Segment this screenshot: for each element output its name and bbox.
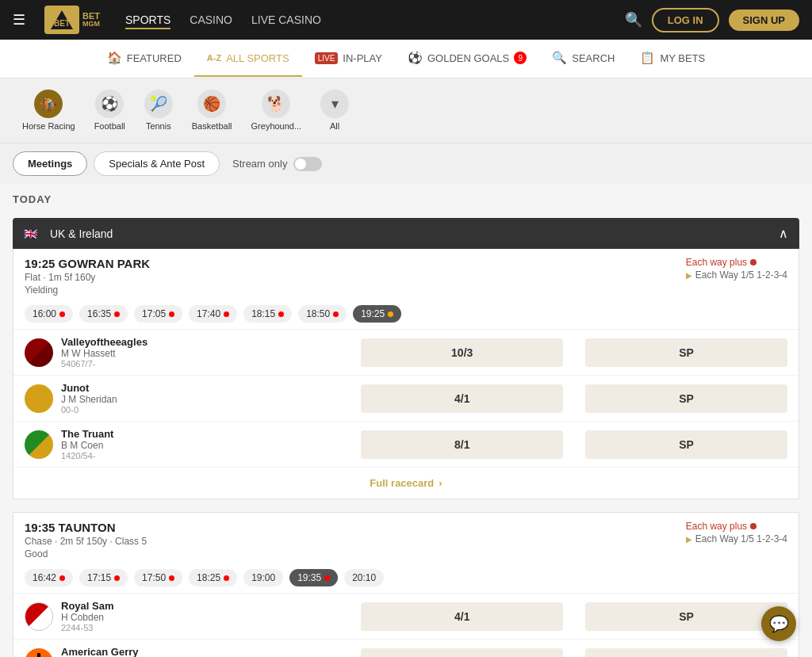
dot-red (114, 575, 120, 581)
signup-button[interactable]: SIGN UP (729, 10, 799, 31)
sec-nav-search-label: SEARCH (572, 52, 615, 64)
pill-1935-active[interactable]: 19:35 (289, 569, 338, 586)
horse-jockey: B M Coen (61, 440, 113, 451)
greyhound-icon: 🐕 (262, 90, 290, 118)
football-label: Football (94, 121, 125, 132)
secondary-nav: 🏠 FEATURED A-Z ALL SPORTS LIVE IN-PLAY ⚽… (0, 40, 812, 78)
sp-button[interactable]: SP (585, 648, 787, 657)
all-sports-label: All (330, 121, 339, 132)
sec-nav-all-sports[interactable]: A-Z ALL SPORTS (194, 41, 302, 77)
pill-2010[interactable]: 20:10 (344, 569, 384, 586)
tennis-icon: 🎾 (144, 90, 173, 118)
horse-info: The Truant B M Coen 1420/54- (25, 428, 339, 460)
odds-button[interactable]: 8/1 (361, 430, 563, 459)
pill-1600[interactable]: 16:00 (25, 305, 73, 323)
nav-sports[interactable]: SPORTS (125, 10, 170, 29)
sport-all[interactable]: ▾ All (311, 85, 358, 136)
horse-form: 1420/54- (61, 451, 113, 460)
odds-cell-sp: SP (574, 640, 799, 657)
pill-1925-active[interactable]: 19:25 (353, 305, 401, 323)
odds-cell-sp: SP (574, 422, 799, 468)
region-collapse-button[interactable]: ∧ (779, 226, 788, 241)
race-title-gowran: 19:25 GOWRAN PARK (25, 257, 150, 270)
dot-red (324, 575, 330, 581)
tab-meetings[interactable]: Meetings (13, 151, 87, 176)
each-way-plus-taunton: Each way plus (686, 521, 787, 532)
sport-horse-racing[interactable]: 🏇 Horse Racing (13, 85, 85, 136)
nav-live-casino[interactable]: LIVE CASINO (251, 10, 321, 29)
region-header: 🇬🇧 UK & Ireland ∧ (13, 218, 799, 249)
horse-jockey: J M Sheridan (61, 394, 117, 405)
basketball-label: Basketball (192, 121, 232, 132)
login-button[interactable]: LOG IN (652, 8, 719, 32)
basketball-icon: 🏀 (197, 90, 226, 118)
sp-button[interactable]: SP (585, 384, 787, 413)
odds-cell-main: 9/2 (350, 640, 574, 657)
odds-cell-main: 10/3 (350, 330, 574, 376)
race-title-taunton: 19:35 TAUNTON (25, 521, 147, 534)
odds-cell-main: 4/1 (350, 594, 574, 640)
each-way-info-gowran: ▶ Each Way 1/5 1-2-3-4 (686, 269, 787, 281)
pill-1750[interactable]: 17:50 (134, 569, 182, 586)
pill-1815[interactable]: 18:15 (243, 305, 292, 323)
sport-basketball[interactable]: 🏀 Basketball (182, 85, 242, 136)
sp-button[interactable]: SP (585, 430, 787, 459)
sport-tennis[interactable]: 🎾 Tennis (135, 85, 182, 136)
sec-nav-featured[interactable]: 🏠 FEATURED (94, 40, 194, 78)
odds-button[interactable]: 10/3 (361, 338, 563, 367)
odds-button[interactable]: 9/2 (361, 648, 563, 657)
full-racecard-link-gowran[interactable]: Full racecard › (13, 467, 799, 498)
sec-nav-golden-goals-label: GOLDEN GOALS (427, 52, 509, 64)
dot-red (114, 311, 120, 317)
sec-nav-search[interactable]: 🔍 SEARCH (539, 40, 627, 78)
sp-button[interactable]: SP (585, 602, 787, 631)
pill-1642[interactable]: 16:42 (25, 569, 73, 586)
hamburger-menu[interactable]: ☰ (13, 11, 25, 29)
tab-specials[interactable]: Specials & Ante Post (94, 151, 220, 176)
pill-1850[interactable]: 18:50 (298, 305, 347, 323)
tennis-label: Tennis (146, 121, 171, 132)
race-header-gowran: 19:25 GOWRAN PARK Flat · 1m 5f 160y Yiel… (13, 249, 799, 299)
horse-row: Junot J M Sheridan 00-0 4/1 SP (13, 376, 799, 422)
sport-greyhound[interactable]: 🐕 Greyhound... (242, 85, 312, 136)
dot-red (59, 575, 65, 581)
horse-silk (25, 648, 53, 657)
odds-button[interactable]: 4/1 (361, 384, 563, 413)
sec-nav-golden-goals[interactable]: ⚽ GOLDEN GOALS 9 (395, 40, 539, 78)
odds-cell-main: 8/1 (350, 422, 574, 468)
horse-info: Royal Sam H Cobden 2244-53 (25, 600, 339, 632)
pill-1900[interactable]: 19:00 (243, 569, 283, 586)
sec-nav-my-bets[interactable]: 📋 MY BETS (627, 40, 718, 78)
logo-text: BET MGM (82, 11, 100, 29)
race-type-taunton: Chase · 2m 5f 150y · Class 5 (25, 536, 147, 547)
odds-button[interactable]: 4/1 (361, 602, 563, 631)
pill-1635[interactable]: 16:35 (79, 305, 128, 323)
search-icon[interactable]: 🔍 (625, 11, 642, 29)
horse-name: Valleyoftheeagles (61, 336, 147, 348)
pill-1705[interactable]: 17:05 (134, 305, 182, 323)
horse-name: Junot (61, 382, 117, 394)
sp-button[interactable]: SP (585, 338, 787, 367)
race-condition-gowran: Yielding (25, 285, 150, 296)
horse-name: The Truant (61, 428, 113, 440)
pill-1715[interactable]: 17:15 (79, 569, 128, 586)
region-label: UK & Ireland (50, 227, 113, 240)
pill-1740[interactable]: 17:40 (189, 305, 237, 323)
svg-text:BET: BET (54, 19, 70, 28)
stream-only-toggle[interactable] (293, 157, 322, 171)
sec-nav-featured-label: FEATURED (127, 52, 182, 64)
chat-bubble[interactable]: 💬 (761, 606, 796, 641)
search-nav-icon: 🔍 (552, 51, 567, 65)
dot-red (224, 575, 229, 581)
sec-nav-inplay[interactable]: LIVE IN-PLAY (302, 41, 395, 77)
sport-football[interactable]: ⚽ Football (85, 85, 135, 136)
content-area: TODAY 🇬🇧 UK & Ireland ∧ 19:25 GOWRAN PAR… (0, 184, 812, 657)
stream-only-label: Stream only (232, 158, 287, 170)
horse-silk (25, 430, 53, 459)
horse-jockey: H Cobden (61, 612, 113, 623)
main-nav-links: SPORTS CASINO LIVE CASINO (125, 10, 606, 29)
pill-1825[interactable]: 18:25 (189, 569, 237, 586)
nav-casino[interactable]: CASINO (190, 10, 232, 29)
sec-nav-my-bets-label: MY BETS (660, 52, 705, 64)
football-icon: ⚽ (95, 90, 124, 118)
